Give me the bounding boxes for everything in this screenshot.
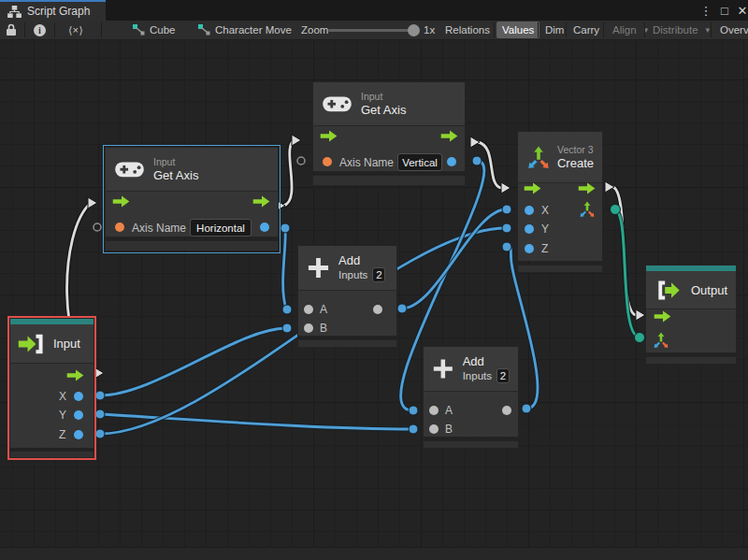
zoom-value: 1x: [424, 21, 435, 39]
flow-out-port[interactable]: [578, 182, 597, 194]
inputs-label: Inputs: [463, 370, 492, 381]
node-kicker: Vector 3: [557, 144, 594, 156]
lock-button[interactable]: [6, 21, 17, 39]
node-title: Add: [463, 354, 510, 368]
align-label: Align: [612, 24, 637, 36]
kebab-menu-icon[interactable]: ⋮: [697, 0, 715, 21]
node-kicker: Input: [361, 91, 406, 103]
z-label: Z: [59, 428, 65, 441]
lock-icon: [6, 23, 17, 36]
node-title: Get Axis: [153, 168, 198, 182]
gamepad-icon: [322, 94, 352, 114]
node-add-1[interactable]: Add Inputs 2 A B: [297, 245, 397, 348]
value-wire-getaxis-h-to-add1-a[interactable]: [283, 228, 286, 309]
node-output[interactable]: Output: [645, 265, 737, 365]
distribute-label: Distribute: [653, 24, 698, 36]
breadcrumb-cube-label: Cube: [150, 24, 176, 36]
node-vector3-create[interactable]: Vector 3 Create X Y Z: [517, 131, 603, 273]
flow-out-port[interactable]: [252, 195, 271, 208]
maximize-icon[interactable]: □: [715, 0, 734, 21]
vector3-in-port[interactable]: [653, 332, 669, 349]
node-title: Output: [691, 283, 727, 297]
node-title: Get Axis: [361, 103, 406, 117]
node-title: Add: [338, 253, 385, 267]
flow-in-port[interactable]: [524, 182, 542, 194]
output-icon: [654, 279, 683, 302]
z-port[interactable]: [74, 430, 83, 439]
axis-name-port[interactable]: [323, 157, 332, 166]
add-result-port[interactable]: [373, 305, 382, 314]
axis-value-out-port[interactable]: [260, 223, 269, 232]
add-result-port[interactable]: [502, 406, 511, 415]
add-b-port[interactable]: [304, 323, 313, 333]
flow-in-port[interactable]: [112, 195, 131, 208]
vector3-result-port[interactable]: [579, 201, 596, 218]
flow-out-port[interactable]: [66, 369, 85, 381]
x-port[interactable]: [74, 392, 83, 401]
info-icon: i: [34, 24, 46, 36]
axis-name-label: Axis Name: [339, 156, 394, 169]
inputs-count-field[interactable]: 2: [496, 368, 510, 383]
tab-bar: Script Graph ⋮ □ ✕: [0, 0, 748, 21]
axis-name-label: Axis Name: [132, 222, 186, 235]
chevron-down-icon: ▾: [706, 25, 711, 35]
flow-out-port[interactable]: [440, 130, 459, 142]
add-a-port[interactable]: [429, 406, 439, 415]
add-b-label: B: [445, 423, 453, 436]
tab-script-graph[interactable]: Script Graph: [0, 0, 106, 21]
distribute-dropdown[interactable]: Distribute ▾: [647, 21, 715, 39]
z-label: Z: [541, 242, 548, 255]
node-input[interactable]: Input X Y Z: [7, 316, 96, 460]
graph-unit-icon: [198, 24, 210, 36]
y-port[interactable]: [74, 410, 83, 420]
code-view-button[interactable]: ⟨×⟩: [67, 21, 83, 39]
add-a-label: A: [445, 404, 453, 417]
axis-value-out-port[interactable]: [447, 157, 456, 166]
close-icon[interactable]: ✕: [733, 0, 748, 21]
y-label: Y: [59, 409, 66, 422]
y-label: Y: [541, 223, 549, 236]
zoom-slider-handle[interactable]: [408, 24, 420, 36]
plus-icon: [307, 256, 330, 280]
relations-button[interactable]: Relations: [439, 21, 496, 39]
node-title: Create: [557, 156, 594, 170]
graph-icon: [7, 6, 22, 18]
flow-in-port[interactable]: [320, 130, 338, 142]
graph-toolbar: i ⟨×⟩ Cube Character Move Zoom 1x Relati…: [0, 21, 748, 40]
info-button[interactable]: i: [34, 21, 46, 39]
breadcrumb-cube[interactable]: Cube: [133, 21, 176, 39]
script-graph-window: Input Get Axis Axis Name Horizontal Inpu…: [0, 0, 748, 560]
zoom-slider-track[interactable]: [328, 29, 418, 32]
add-b-port[interactable]: [429, 424, 439, 434]
add-a-label: A: [320, 303, 327, 316]
axis-name-field[interactable]: Horizontal: [190, 219, 252, 237]
node-get-axis-horizontal[interactable]: Input Get Axis Axis Name Horizontal: [105, 147, 279, 251]
vector3-icon: [526, 144, 551, 171]
carry-button[interactable]: Carry: [568, 21, 605, 39]
y-port[interactable]: [525, 224, 534, 234]
flow-wire-getaxis-h-to-getaxis-v[interactable]: [276, 135, 301, 211]
axis-name-port[interactable]: [115, 223, 124, 232]
inputs-label: Inputs: [338, 269, 367, 280]
node-add-2[interactable]: Add Inputs 2 A B: [423, 346, 519, 449]
x-label: X: [59, 390, 66, 403]
axis-name-field[interactable]: Vertical: [397, 153, 442, 171]
gamepad-icon: [114, 160, 145, 179]
x-label: X: [541, 204, 549, 217]
z-port[interactable]: [525, 244, 534, 253]
add-b-label: B: [320, 322, 327, 335]
add-a-port[interactable]: [304, 305, 313, 314]
code-icon: ⟨×⟩: [67, 24, 83, 36]
inputs-count-field[interactable]: 2: [372, 267, 385, 282]
breadcrumb-character-move[interactable]: Character Move: [198, 21, 292, 39]
flow-in-port[interactable]: [654, 310, 672, 323]
node-get-axis-vertical[interactable]: Input Get Axis Axis Name Vertical: [312, 81, 466, 186]
values-button[interactable]: Values: [496, 22, 539, 38]
graph-unit-icon: [133, 24, 145, 36]
node-title: Input: [53, 337, 80, 351]
tab-label: Script Graph: [27, 5, 90, 18]
overview-button[interactable]: Overv: [714, 21, 748, 39]
value-wire-vector3-to-output[interactable]: [615, 209, 638, 337]
zoom-label: Zoom: [301, 21, 328, 39]
x-port[interactable]: [525, 206, 534, 215]
